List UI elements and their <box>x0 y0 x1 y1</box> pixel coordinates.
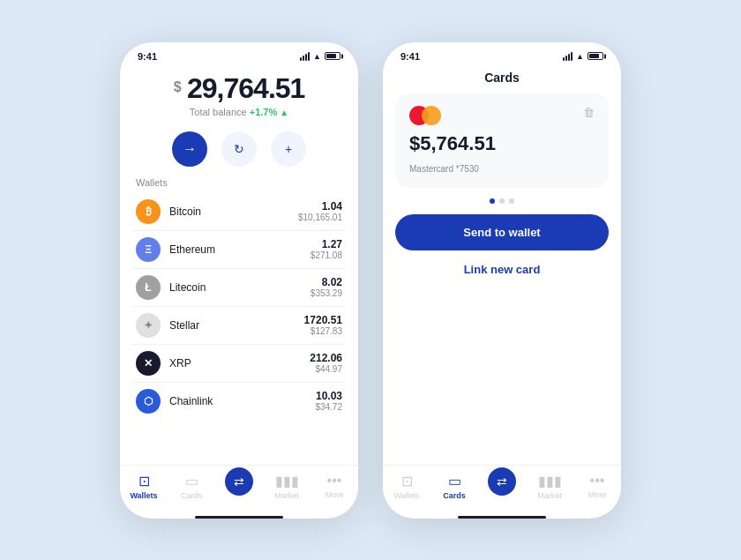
chainlink-name: Chainlink <box>169 395 315 407</box>
card-nav-icon-2: ▭ <box>448 473 461 489</box>
market-nav-icon-2: ▮▮▮ <box>538 473 562 489</box>
balance-section: $ 29,764.51 Total balance +1.7% ▲ <box>120 65 358 128</box>
send-nav-icon-1: ⇄ <box>225 467 253 496</box>
dot-1[interactable] <box>490 198 495 204</box>
balance-amount-wrap: $ 29,764.51 <box>174 72 305 105</box>
balance-amount: 29,764.51 <box>187 72 304 104</box>
nav-more-2[interactable]: ••• More <box>573 473 621 500</box>
status-time-1: 9:41 <box>138 51 157 62</box>
spacer <box>383 281 621 465</box>
bitcoin-values: 1.04 $10,165.01 <box>298 200 342 222</box>
nav-more-label-1: More <box>326 490 344 499</box>
xrp-amount: 212.06 <box>310 352 342 364</box>
card-number: Mastercard *7530 <box>409 164 595 174</box>
phone2-content: Cards 🗑 $5,764.51 Mastercard *7530 <box>383 65 621 519</box>
stellar-values: 1720.51 $127.83 <box>304 314 342 336</box>
nav-cards-label-1: Cards <box>181 491 202 500</box>
action-buttons: → ↻ + <box>120 128 358 177</box>
bitcoin-usd: $10,165.01 <box>298 213 342 222</box>
litecoin-usd: $353.29 <box>311 288 342 298</box>
xrp-values: 212.06 $44.97 <box>310 352 342 374</box>
phones-container: 9:41 ▲ $ 29,764.51 <box>120 42 621 519</box>
delete-card-icon[interactable]: 🗑 <box>583 106 595 119</box>
ethereum-icon: Ξ <box>136 237 161 262</box>
add-button[interactable]: + <box>271 131 306 167</box>
wifi-icon-1: ▲ <box>313 52 321 61</box>
nav-cards-2[interactable]: ▭ Cards <box>430 473 478 500</box>
dot-2[interactable] <box>499 198 505 204</box>
nav-wallets-label-1: Wallets <box>130 491 157 500</box>
more-nav-icon-2: ••• <box>590 473 605 489</box>
wallets-label: Wallets <box>120 177 358 193</box>
balance-trend-icon: ▲ <box>280 108 288 117</box>
link-new-card-button[interactable]: Link new card <box>383 258 621 281</box>
wallet-list: ₿ Bitcoin 1.04 $10,165.01 Ξ Ethereum 1.2… <box>120 193 358 465</box>
wallet-nav-icon-2: ⊡ <box>401 473 413 489</box>
balance-dollar-sign: $ <box>174 79 182 94</box>
phone1-content: $ 29,764.51 Total balance +1.7% ▲ → ↻ + … <box>120 65 358 519</box>
balance-subtitle: Total balance +1.7% ▲ <box>138 107 341 117</box>
nav-cards-1[interactable]: ▭ Cards <box>168 473 215 500</box>
litecoin-name: Litecoin <box>169 281 311 294</box>
mc-orange-circle <box>422 106 441 125</box>
chainlink-usd: $34.72 <box>315 402 342 412</box>
bitcoin-amount: 1.04 <box>298 200 342 213</box>
nav-cards-label-2: Cards <box>443 491 466 500</box>
chainlink-icon: ⬡ <box>136 389 161 414</box>
market-nav-icon-1: ▮▮▮ <box>275 473 299 489</box>
ethereum-amount: 1.27 <box>311 238 342 250</box>
ethereum-name: Ethereum <box>169 243 311 256</box>
xrp-usd: $44.97 <box>310 364 342 374</box>
signal-icon-1 <box>300 52 310 61</box>
mastercard-logo <box>409 106 441 125</box>
bitcoin-icon: ₿ <box>136 199 161 224</box>
card-carousel: 🗑 $5,764.51 Mastercard *7530 <box>395 93 609 188</box>
wallet-item-xrp[interactable]: ✕ XRP 212.06 $44.97 <box>132 345 346 383</box>
send-to-wallet-button[interactable]: Send to wallet <box>395 214 609 250</box>
wallet-item-ethereum[interactable]: Ξ Ethereum 1.27 $271.08 <box>132 231 346 269</box>
status-icons-1: ▲ <box>300 52 341 61</box>
nav-send-2[interactable]: ⇄ <box>478 473 526 500</box>
status-time-2: 9:41 <box>400 51 420 62</box>
carousel-dots <box>383 198 621 204</box>
wifi-icon-2: ▲ <box>576 52 584 61</box>
send-button[interactable]: → <box>172 131 207 167</box>
dot-3[interactable] <box>509 198 514 204</box>
nav-more-1[interactable]: ••• More <box>311 473 358 500</box>
nav-wallets-label-2: Wallets <box>393 491 419 500</box>
wallet-item-bitcoin[interactable]: ₿ Bitcoin 1.04 $10,165.01 <box>132 193 346 231</box>
card-top-row: 🗑 <box>409 106 595 125</box>
nav-send-1[interactable]: ⇄ <box>215 473 263 500</box>
wallet-item-litecoin[interactable]: Ł Litecoin 8.02 $353.29 <box>132 269 346 307</box>
xrp-icon: ✕ <box>136 351 161 376</box>
wallet-nav-icon: ⊡ <box>138 473 150 489</box>
xrp-name: XRP <box>169 357 310 370</box>
status-bar-1: 9:41 ▲ <box>120 42 358 65</box>
ethereum-usd: $271.08 <box>311 250 342 260</box>
stellar-amount: 1720.51 <box>304 314 342 326</box>
nav-market-label-1: Market <box>274 491 299 500</box>
nav-market-1[interactable]: ▮▮▮ Market <box>263 473 311 500</box>
wallet-item-chainlink[interactable]: ⬡ Chainlink 10.03 $34.72 <box>132 383 346 420</box>
bitcoin-name: Bitcoin <box>169 205 298 218</box>
stellar-icon: ✦ <box>136 313 161 338</box>
stellar-usd: $127.83 <box>304 326 342 336</box>
chainlink-values: 10.03 $34.72 <box>315 390 342 412</box>
nav-wallets-1[interactable]: ⊡ Wallets <box>120 473 168 500</box>
refresh-button[interactable]: ↻ <box>221 131 257 167</box>
card-nav-icon-1: ▭ <box>185 473 198 489</box>
home-indicator-2 <box>458 516 546 519</box>
litecoin-amount: 8.02 <box>311 276 342 288</box>
cards-title: Cards <box>383 65 621 93</box>
wallet-item-stellar[interactable]: ✦ Stellar 1720.51 $127.83 <box>132 307 346 345</box>
signal-icon-2 <box>563 52 573 61</box>
battery-icon-2 <box>588 52 603 60</box>
send-nav-icon-2: ⇄ <box>488 467 516 496</box>
home-indicator-1 <box>195 516 283 519</box>
phone-cards: 9:41 ▲ Cards <box>383 42 621 519</box>
phone-wallets: 9:41 ▲ $ 29,764.51 <box>120 42 358 519</box>
litecoin-values: 8.02 $353.29 <box>311 276 342 298</box>
litecoin-icon: Ł <box>136 275 161 300</box>
nav-wallets-2[interactable]: ⊡ Wallets <box>383 473 430 500</box>
nav-market-2[interactable]: ▮▮▮ Market <box>526 473 573 500</box>
